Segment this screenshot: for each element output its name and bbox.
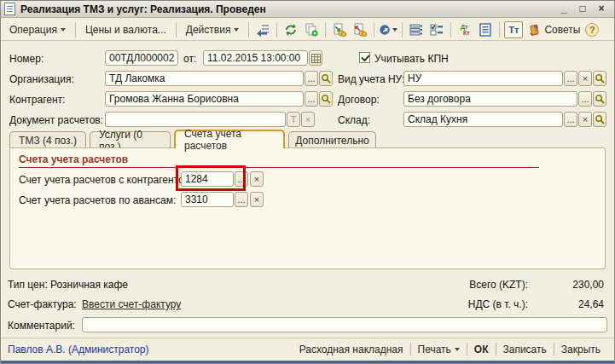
date-label: от: xyxy=(183,53,196,65)
enter-invoice-link[interactable]: Ввести счет-фактуру xyxy=(82,298,181,310)
invoice-label: Счет-фактура: xyxy=(8,298,77,310)
account-advances-clear-button[interactable]: × xyxy=(250,192,264,207)
actions-menu-label: Действия xyxy=(186,24,231,36)
help-button[interactable]: ? xyxy=(585,23,599,37)
accounts-toggle-button[interactable]: Тт xyxy=(504,21,523,38)
document-window: Реализация ТМЗ и услуг: Реализация. Пров… xyxy=(0,0,615,364)
total-label: Всего (KZT): xyxy=(469,279,528,291)
ok-button[interactable]: ОК xyxy=(467,341,496,358)
settlement-accounts-panel: Счета учета расчетов Счет учета расчетов… xyxy=(9,147,606,269)
counterparty-label: Контрагент: xyxy=(9,94,65,106)
operation-menu-button[interactable]: Операция xyxy=(4,21,71,38)
chevron-down-icon xyxy=(455,348,460,351)
nu-clear-button[interactable]: × xyxy=(578,71,592,86)
prices-currency-button[interactable]: Цены и валюта... xyxy=(80,21,171,38)
settlement-doc-type-button[interactable]: T xyxy=(287,112,300,127)
nu-lookup-button[interactable] xyxy=(593,71,606,86)
comment-field[interactable] xyxy=(82,317,607,332)
tips-icon: ? xyxy=(528,23,541,36)
toolbar-separator xyxy=(75,22,76,38)
close-button[interactable]: × xyxy=(592,3,611,16)
actions-menu-button[interactable]: Действия xyxy=(181,21,245,38)
contract-select-button[interactable]: ... xyxy=(578,91,592,107)
counterparty-select-button[interactable]: ... xyxy=(305,91,318,107)
minimize-button[interactable]: _ xyxy=(554,3,573,16)
nu-field[interactable] xyxy=(403,71,563,86)
comment-label: Комментарий: xyxy=(8,320,75,332)
warehouse-lookup-button[interactable] xyxy=(593,112,606,127)
magnifier-icon xyxy=(321,73,331,84)
organization-select-button[interactable]: ... xyxy=(305,71,318,86)
tab-settlement-accounts[interactable]: Счета учета расчетов xyxy=(174,130,285,148)
refresh-button[interactable] xyxy=(281,21,300,38)
toolbar-separator xyxy=(325,22,326,38)
title-bar: Реализация ТМЗ и услуг: Реализация. Пров… xyxy=(1,1,614,18)
post-document-button[interactable] xyxy=(330,21,349,38)
copy-document-button[interactable] xyxy=(302,21,321,38)
kpn-checkbox[interactable] xyxy=(359,52,370,63)
tips-button[interactable]: ? Советы xyxy=(525,21,583,38)
account-advances-label: Счет учета расчетов по авансам: xyxy=(19,194,176,206)
magnifier-icon xyxy=(321,94,331,104)
refill-document-button[interactable] xyxy=(253,21,272,38)
toolbar-separator xyxy=(374,22,374,38)
warehouse-field[interactable] xyxy=(403,112,563,127)
warehouse-select-button[interactable]: ... xyxy=(564,112,577,127)
magnifier-icon xyxy=(595,114,605,124)
account-advances-select-button[interactable]: ... xyxy=(235,192,248,207)
date-field[interactable] xyxy=(203,50,308,66)
group-title: Счета учета расчетов xyxy=(19,153,539,168)
unpost-document-button[interactable] xyxy=(351,21,369,38)
refill-icon xyxy=(256,23,270,37)
rows-icon xyxy=(409,23,423,37)
account-counterparty-clear-button[interactable]: × xyxy=(250,171,264,187)
contract-field[interactable] xyxy=(403,91,577,107)
organization-field[interactable] xyxy=(105,71,304,86)
account-counterparty-label: Счет учета расчетов с контрагентом: xyxy=(19,174,194,186)
debit-credit-button[interactable]: Дт Кт xyxy=(455,21,474,38)
warehouse-clear-button[interactable]: × xyxy=(578,112,592,127)
document-structure-button[interactable] xyxy=(407,21,426,38)
number-field[interactable] xyxy=(105,50,178,66)
nu-label: Вид учета НУ: xyxy=(338,73,404,85)
counterparty-lookup-button[interactable] xyxy=(319,91,333,107)
nu-select-button[interactable]: ... xyxy=(564,71,577,86)
refresh-icon xyxy=(284,23,298,37)
chevron-down-icon xyxy=(392,28,397,32)
tab-tmz[interactable]: ТМЗ (4 поз.) xyxy=(9,131,86,148)
total-value: 230,00 xyxy=(572,279,604,291)
debit-credit-icon: Дт Кт xyxy=(461,24,470,36)
number-label: Номер: xyxy=(9,53,44,65)
tab-services[interactable]: Услуги (0 поз.) xyxy=(90,131,171,148)
goto-button[interactable] xyxy=(379,21,397,38)
tab-additional[interactable]: Дополнительно xyxy=(288,131,376,148)
status-bar: Павлов А.В. (Администратор) Расходная на… xyxy=(1,338,614,362)
print-button[interactable]: Печать xyxy=(411,341,467,358)
tt-icon: Тт xyxy=(508,25,519,35)
close-form-button[interactable]: Закрыть xyxy=(554,341,607,358)
expense-invoice-button[interactable]: Расходная накладная xyxy=(293,341,410,358)
calendar-button[interactable] xyxy=(309,50,322,66)
organization-lookup-button[interactable] xyxy=(319,71,333,86)
price-type-text: Тип цен: Розничная кафе xyxy=(8,279,128,291)
prices-currency-label: Цены и валюта... xyxy=(85,24,166,36)
contract-label: Договор: xyxy=(338,94,380,106)
toolbar-separator xyxy=(499,22,500,38)
list-settings-button[interactable] xyxy=(427,21,446,38)
settlement-doc-field[interactable] xyxy=(105,112,286,127)
contract-lookup-button[interactable] xyxy=(593,91,606,107)
account-advances-field[interactable] xyxy=(181,192,234,207)
kpn-label: Учитывать КПН xyxy=(374,53,449,65)
vat-value: 24,64 xyxy=(578,298,604,310)
unpost-document-icon xyxy=(353,23,367,37)
vat-label: НДС (в т. ч.): xyxy=(468,298,528,310)
register-records-button[interactable] xyxy=(476,21,495,38)
maximize-button[interactable]: □ xyxy=(573,3,592,16)
settlement-doc-clear-button[interactable]: × xyxy=(301,112,315,127)
save-button[interactable]: Записать xyxy=(496,341,554,358)
counterparty-field[interactable] xyxy=(105,91,304,107)
toolbar-separator xyxy=(402,22,403,38)
chevron-down-icon xyxy=(61,28,66,32)
svg-text:?: ? xyxy=(533,24,539,33)
document-icon xyxy=(4,3,15,15)
